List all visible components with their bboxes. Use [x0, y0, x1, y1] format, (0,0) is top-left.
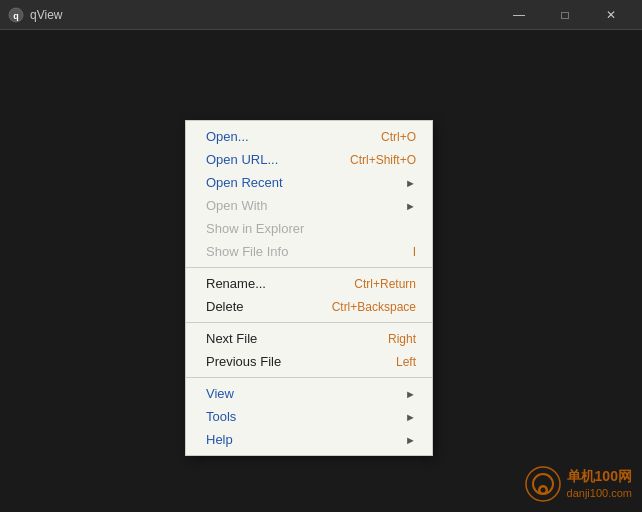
arrow-icon-open-with: ►	[405, 200, 416, 212]
minimize-button[interactable]: —	[496, 0, 542, 30]
app-content: Open... Ctrl+O Open URL... Ctrl+Shift+O …	[0, 30, 642, 512]
menu-item-delete[interactable]: Delete Ctrl+Backspace	[186, 295, 432, 318]
menu-item-tools[interactable]: Tools ►	[186, 405, 432, 428]
menu-shortcut-delete: Ctrl+Backspace	[332, 300, 416, 314]
window-controls: — □ ✕	[496, 0, 634, 30]
separator-1	[186, 267, 432, 268]
title-bar: q qView — □ ✕	[0, 0, 642, 30]
menu-label-show-file-info: Show File Info	[206, 244, 288, 259]
separator-3	[186, 377, 432, 378]
context-menu: Open... Ctrl+O Open URL... Ctrl+Shift+O …	[185, 120, 433, 456]
menu-item-open-recent[interactable]: Open Recent ►	[186, 171, 432, 194]
menu-label-help: Help	[206, 432, 233, 447]
menu-shortcut-show-file-info: I	[413, 245, 416, 259]
watermark: 单机100网 danji100.com	[525, 466, 632, 502]
menu-item-view[interactable]: View ►	[186, 382, 432, 405]
arrow-icon-view: ►	[405, 388, 416, 400]
menu-shortcut-next-file: Right	[388, 332, 416, 346]
watermark-text: 单机100网 danji100.com	[567, 467, 632, 502]
menu-label-rename: Rename...	[206, 276, 266, 291]
menu-item-open-url[interactable]: Open URL... Ctrl+Shift+O	[186, 148, 432, 171]
maximize-button[interactable]: □	[542, 0, 588, 30]
arrow-icon-tools: ►	[405, 411, 416, 423]
menu-shortcut-open-url: Ctrl+Shift+O	[350, 153, 416, 167]
svg-text:q: q	[13, 11, 19, 21]
menu-item-next-file[interactable]: Next File Right	[186, 327, 432, 350]
arrow-icon-open-recent: ►	[405, 177, 416, 189]
menu-label-delete: Delete	[206, 299, 244, 314]
menu-shortcut-open: Ctrl+O	[381, 130, 416, 144]
menu-shortcut-rename: Ctrl+Return	[354, 277, 416, 291]
app-icon: q	[8, 7, 24, 23]
menu-item-show-in-explorer: Show in Explorer	[186, 217, 432, 240]
menu-label-open-recent: Open Recent	[206, 175, 283, 190]
separator-2	[186, 322, 432, 323]
menu-label-open-url: Open URL...	[206, 152, 278, 167]
menu-item-open-with: Open With ►	[186, 194, 432, 217]
menu-shortcut-previous-file: Left	[396, 355, 416, 369]
menu-label-view: View	[206, 386, 234, 401]
menu-label-next-file: Next File	[206, 331, 257, 346]
menu-item-open[interactable]: Open... Ctrl+O	[186, 125, 432, 148]
svg-point-5	[540, 488, 545, 493]
watermark-line2: danji100.com	[567, 486, 632, 501]
close-button[interactable]: ✕	[588, 0, 634, 30]
menu-label-tools: Tools	[206, 409, 236, 424]
menu-item-rename[interactable]: Rename... Ctrl+Return	[186, 272, 432, 295]
watermark-line1: 单机100网	[567, 467, 632, 487]
menu-label-open: Open...	[206, 129, 249, 144]
menu-label-show-in-explorer: Show in Explorer	[206, 221, 304, 236]
watermark-logo-icon	[525, 466, 561, 502]
menu-item-help[interactable]: Help ►	[186, 428, 432, 451]
menu-item-previous-file[interactable]: Previous File Left	[186, 350, 432, 373]
menu-label-open-with: Open With	[206, 198, 267, 213]
svg-point-2	[526, 467, 560, 501]
arrow-icon-help: ►	[405, 434, 416, 446]
window-title: qView	[30, 8, 496, 22]
menu-item-show-file-info: Show File Info I	[186, 240, 432, 263]
menu-label-previous-file: Previous File	[206, 354, 281, 369]
